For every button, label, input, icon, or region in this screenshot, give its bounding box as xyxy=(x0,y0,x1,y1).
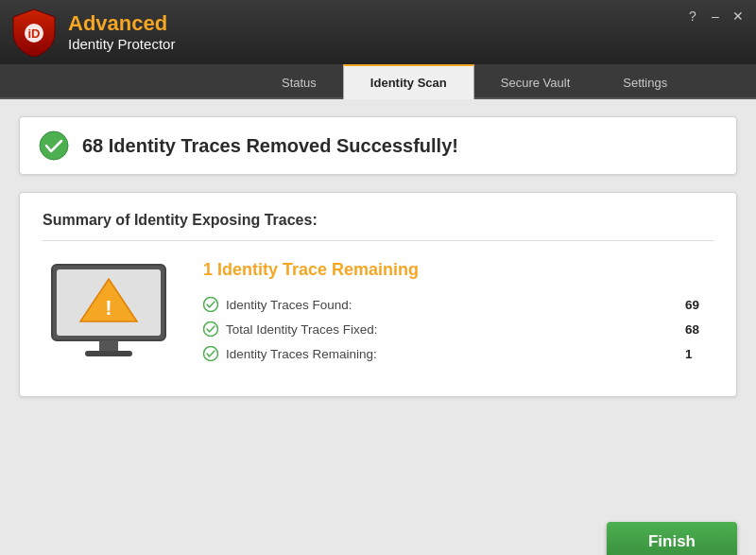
stat-label-found: Identity Traces Found: xyxy=(226,298,678,312)
svg-point-11 xyxy=(204,347,218,361)
tab-secure-vault[interactable]: Secure Vault xyxy=(474,64,596,99)
close-button[interactable]: ✕ xyxy=(730,8,747,25)
stat-value-fixed: 68 xyxy=(685,322,713,337)
monitor-svg: ! xyxy=(47,260,170,373)
app-logo: iD xyxy=(9,8,59,57)
svg-text:!: ! xyxy=(105,296,112,320)
stat-label-fixed: Total Identity Traces Fixed: xyxy=(226,322,678,337)
summary-title: Summary of Identity Exposing Traces: xyxy=(43,212,713,241)
monitor-illustration: ! xyxy=(43,260,175,373)
main-content: 68 Identity Traces Removed Successfully!… xyxy=(0,99,756,514)
title-bar: iD Advanced Identity Protector ? – ✕ xyxy=(0,0,756,64)
app-title-advanced: Advanced xyxy=(68,12,175,35)
success-banner: 68 Identity Traces Removed Successfully! xyxy=(19,116,737,175)
help-button[interactable]: ? xyxy=(684,8,701,25)
tab-settings[interactable]: Settings xyxy=(596,64,694,99)
check-icon-found xyxy=(203,297,218,312)
svg-point-9 xyxy=(204,298,218,312)
stat-value-remaining: 1 xyxy=(685,347,713,361)
success-icon xyxy=(39,130,69,161)
tab-identity-scan[interactable]: Identity Scan xyxy=(343,64,474,99)
finish-button[interactable]: Finish xyxy=(607,522,737,555)
summary-card: Summary of Identity Exposing Traces: ! xyxy=(19,192,737,397)
check-icon-remaining xyxy=(203,346,218,361)
svg-point-2 xyxy=(40,131,68,160)
app-title-sub: Identity Protector xyxy=(68,36,175,52)
app-title-block: Advanced Identity Protector xyxy=(68,12,175,51)
svg-rect-8 xyxy=(85,351,132,356)
summary-details: 1 Identity Trace Remaining Identity Trac… xyxy=(203,260,713,371)
stat-row-remaining: Identity Traces Remaining: 1 xyxy=(203,346,713,361)
stat-value-found: 69 xyxy=(685,298,713,312)
success-text: 68 Identity Traces Removed Successfully! xyxy=(82,135,458,157)
svg-text:iD: iD xyxy=(28,26,41,41)
stat-label-remaining: Identity Traces Remaining: xyxy=(226,347,678,361)
title-bar-controls: ? – ✕ xyxy=(684,8,747,25)
svg-point-10 xyxy=(204,322,218,337)
stat-row-found: Identity Traces Found: 69 xyxy=(203,297,713,312)
finish-button-area: Finish xyxy=(0,514,756,555)
minimize-button[interactable]: – xyxy=(707,8,724,25)
summary-body: ! 1 Identity Trace Remaining Identity Tr… xyxy=(43,260,713,373)
stat-row-fixed: Total Identity Traces Fixed: 68 xyxy=(203,321,713,337)
tab-status[interactable]: Status xyxy=(255,64,343,99)
nav-tabs: Status Identity Scan Secure Vault Settin… xyxy=(0,64,756,99)
remaining-text: 1 Identity Trace Remaining xyxy=(203,260,713,280)
svg-rect-7 xyxy=(99,340,118,352)
check-icon-fixed xyxy=(203,321,218,337)
